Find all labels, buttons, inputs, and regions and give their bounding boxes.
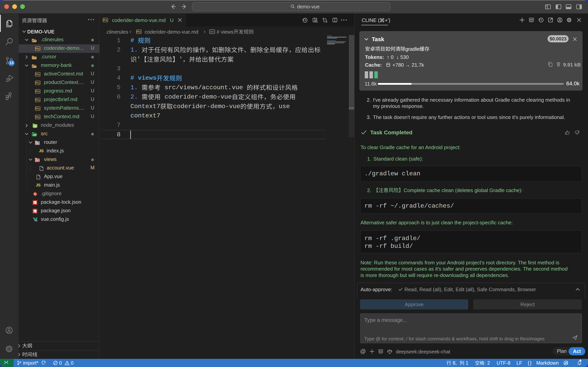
svg-text:<>: <> (37, 159, 40, 161)
svg-text:JS: JS (34, 125, 36, 127)
svg-text:</>: </> (33, 133, 36, 136)
svg-text:abc: abc (210, 30, 214, 33)
